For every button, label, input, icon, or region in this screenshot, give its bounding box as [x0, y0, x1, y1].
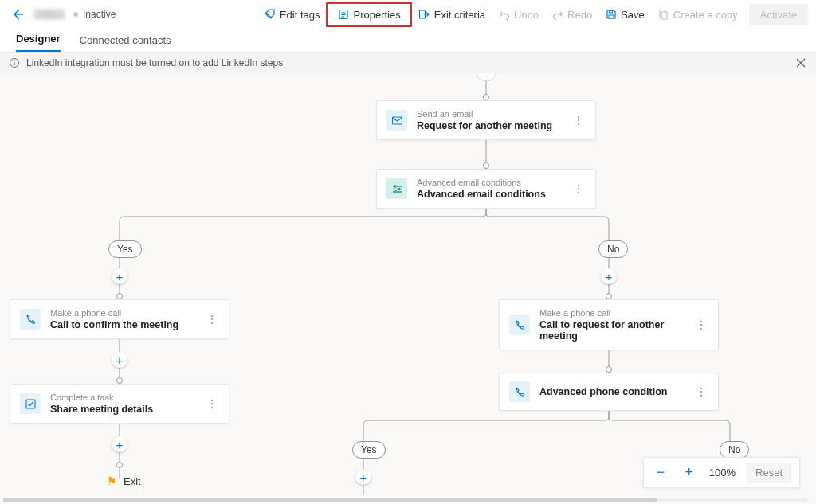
sequence-title: [33, 9, 65, 20]
add-step-button[interactable]: +: [112, 268, 128, 284]
zoom-reset-button[interactable]: Reset: [747, 463, 791, 483]
redo-label: Redo: [567, 9, 592, 21]
add-step-button[interactable]: +: [112, 436, 128, 452]
phone-icon: [509, 315, 530, 335]
info-close-button[interactable]: [794, 56, 808, 70]
edit-tags-button[interactable]: Edit tags: [257, 6, 327, 24]
connector-dot: [116, 377, 123, 384]
node-more-button[interactable]: ⋮: [571, 183, 586, 194]
designer-canvas[interactable]: Send an email Request for another meetin…: [0, 73, 816, 504]
node-title: Request for another meeting: [417, 120, 571, 131]
save-label: Save: [621, 9, 645, 21]
node-title: Advanced phone condition: [539, 386, 694, 397]
redo-icon: [551, 9, 563, 21]
node-task-share[interactable]: Complete a task Share meeting details ⋮: [10, 384, 230, 424]
branch-yes-label: Yes: [352, 441, 386, 459]
node-email-condition[interactable]: Advanced email conditions Advanced email…: [376, 169, 596, 209]
node-type-label: Complete a task: [50, 393, 205, 402]
add-step-button[interactable]: +: [601, 268, 617, 284]
zoom-in-button[interactable]: +: [681, 464, 698, 482]
node-call-request[interactable]: Make a phone call Call to request for an…: [499, 299, 719, 350]
tab-designer[interactable]: Designer: [16, 33, 61, 52]
tag-icon: [264, 9, 276, 21]
edit-tags-label: Edit tags: [280, 9, 320, 21]
info-icon: [8, 57, 20, 69]
node-more-button[interactable]: ⋮: [694, 319, 708, 330]
connector-dot: [116, 462, 123, 468]
zoom-out-button[interactable]: −: [652, 464, 669, 482]
activate-label: Activate: [760, 9, 797, 21]
branch-yes-label: Yes: [108, 240, 142, 258]
exit-criteria-button[interactable]: Exit criteria: [412, 6, 492, 24]
node-more-button[interactable]: ⋮: [205, 398, 219, 409]
properties-label: Properties: [353, 9, 400, 21]
properties-icon: [337, 9, 349, 21]
svg-point-26: [398, 188, 400, 190]
condition-icon: [386, 178, 407, 199]
create-copy-button[interactable]: Create a copy: [651, 6, 744, 24]
node-title: Advanced email conditions: [417, 189, 571, 200]
tab-connected-contacts[interactable]: Connected contacts: [80, 34, 171, 52]
connector-dot: [606, 366, 612, 373]
svg-rect-12: [14, 62, 14, 65]
add-step-button[interactable]: +: [112, 352, 128, 368]
connector-dot: [606, 293, 612, 299]
flag-icon: ⚑: [107, 475, 117, 487]
info-bar: LinkedIn integration must be turned on t…: [0, 53, 816, 73]
task-icon: [20, 393, 41, 414]
back-button[interactable]: [8, 5, 27, 24]
node-call-confirm[interactable]: Make a phone call Call to confirm the me…: [10, 299, 230, 339]
undo-button[interactable]: Undo: [492, 6, 545, 24]
branch-no-label: No: [720, 441, 749, 459]
horizontal-scrollbar[interactable]: [3, 498, 808, 502]
node-type-label: Make a phone call: [50, 308, 205, 318]
undo-icon: [498, 9, 510, 21]
exit-criteria-label: Exit criteria: [434, 9, 485, 21]
node-more-button[interactable]: ⋮: [205, 314, 219, 325]
phone-condition-icon: [509, 381, 530, 402]
undo-label: Undo: [514, 9, 539, 21]
node-title: Call to request for another meeting: [539, 319, 694, 342]
add-step-button[interactable]: +: [355, 469, 371, 485]
info-message: LinkedIn integration must be turned on t…: [26, 57, 283, 68]
connector-dot: [483, 94, 489, 100]
properties-highlight: Properties: [326, 2, 411, 27]
svg-point-27: [394, 190, 397, 193]
exit-node[interactable]: ⚑ Exit: [107, 475, 141, 487]
activate-button[interactable]: Activate: [749, 4, 808, 25]
properties-button[interactable]: Properties: [331, 6, 406, 24]
connector-dot: [116, 293, 123, 299]
phone-icon: [20, 309, 41, 330]
save-icon: [605, 9, 617, 21]
entry-node: [477, 73, 496, 81]
svg-point-11: [14, 61, 15, 62]
node-more-button[interactable]: ⋮: [694, 386, 708, 397]
email-icon: [386, 110, 407, 131]
node-title: Call to confirm the meeting: [50, 319, 205, 330]
node-type-label: Make a phone call: [539, 308, 694, 318]
svg-rect-9: [661, 12, 667, 19]
connector-dot: [483, 162, 489, 169]
zoom-panel: − + 100% Reset: [643, 457, 800, 488]
exit-label: Exit: [124, 475, 141, 487]
node-title: Share meeting details: [50, 404, 205, 415]
redo-button[interactable]: Redo: [545, 6, 598, 24]
node-phone-condition[interactable]: Advanced phone condition ⋮: [499, 373, 719, 411]
svg-point-25: [394, 185, 396, 187]
node-type-label: Send an email: [417, 109, 571, 119]
zoom-value: 100%: [709, 467, 736, 479]
status-indicator-icon: [73, 12, 78, 17]
node-more-button[interactable]: ⋮: [571, 115, 586, 126]
scrollbar-thumb[interactable]: [3, 498, 657, 502]
copy-icon: [657, 9, 669, 21]
exit-criteria-icon: [418, 9, 430, 21]
node-send-email[interactable]: Send an email Request for another meetin…: [376, 100, 596, 140]
node-type-label: Advanced email conditions: [417, 178, 571, 187]
svg-rect-7: [609, 10, 612, 13]
branch-no-label: No: [598, 240, 628, 258]
status-text: Inactive: [83, 9, 116, 20]
create-copy-label: Create a copy: [673, 9, 738, 21]
save-button[interactable]: Save: [598, 6, 651, 24]
